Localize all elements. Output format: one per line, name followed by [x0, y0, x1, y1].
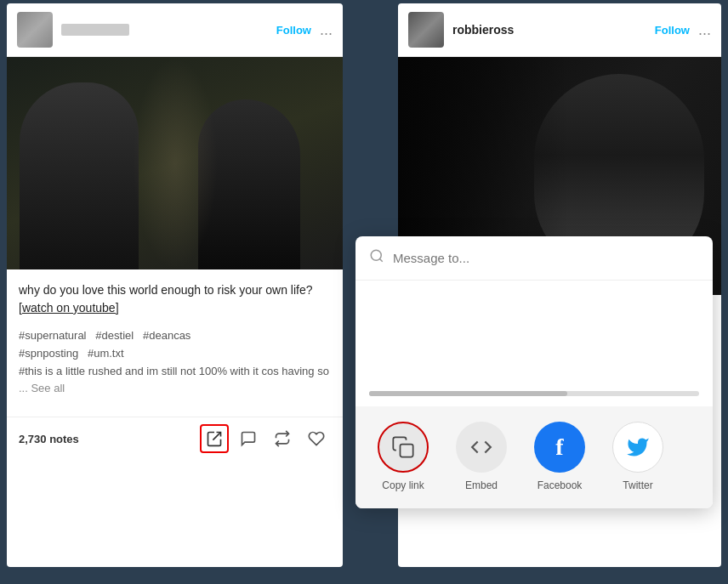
left-post-footer: 2,730 notes: [7, 417, 343, 460]
facebook-icon: f: [555, 434, 563, 461]
left-more-button[interactable]: ...: [320, 21, 333, 39]
left-avatar: [17, 12, 53, 48]
embed-option[interactable]: Embed: [447, 422, 515, 491]
like-button[interactable]: [302, 424, 331, 453]
facebook-label: Facebook: [537, 479, 583, 491]
share-search-bar: [355, 236, 713, 281]
reblog-icon: [274, 430, 291, 447]
left-post-image: [7, 57, 343, 269]
svg-line-1: [379, 258, 382, 261]
svg-point-0: [371, 250, 381, 260]
facebook-option[interactable]: f Facebook: [526, 422, 594, 491]
twitter-icon-circle: [612, 422, 663, 473]
copy-icon: [391, 435, 415, 459]
left-post-content: why do you love this world enough to ris…: [7, 269, 343, 417]
right-post-header: robbieross Follow ...: [398, 3, 721, 57]
see-all-link[interactable]: ... See all: [19, 382, 65, 394]
right-avatar: [408, 12, 444, 48]
share-button[interactable]: [200, 424, 229, 453]
copy-link-label: Copy link: [382, 479, 424, 491]
left-username-blurred: [61, 24, 129, 36]
scroll-thumb: [369, 391, 567, 396]
watch-youtube-link[interactable]: [watch on youtube]: [19, 301, 119, 315]
left-follow-button[interactable]: Follow: [276, 24, 311, 37]
copy-link-option[interactable]: Copy link: [369, 422, 437, 491]
facebook-icon-circle: f: [534, 422, 585, 473]
share-icon: [206, 430, 223, 447]
left-post-text: why do you love this world enough to ris…: [19, 281, 331, 317]
comment-button[interactable]: [234, 424, 263, 453]
notes-count: 2,730 notes: [19, 433, 195, 445]
twitter-label: Twitter: [623, 479, 652, 491]
comment-icon: [240, 430, 257, 447]
left-post-tags: #supernatural #destiel #deancas #spnpost…: [19, 327, 331, 398]
embed-label: Embed: [465, 479, 498, 491]
scroll-track[interactable]: [369, 391, 699, 396]
left-post-header: Follow ...: [7, 3, 343, 57]
embed-icon-circle: [456, 422, 507, 473]
right-follow-button[interactable]: Follow: [655, 24, 690, 37]
message-area: [355, 281, 713, 391]
twitter-icon: [626, 435, 650, 459]
share-modal: Copy link Embed f Facebook: [355, 236, 713, 508]
reblog-button[interactable]: [268, 424, 297, 453]
message-search-input[interactable]: [393, 251, 699, 265]
right-username-area: robbieross: [452, 22, 655, 37]
left-post-card: Follow ... why do you love this world en…: [7, 3, 343, 567]
search-icon: [369, 248, 384, 268]
embed-icon: [470, 436, 492, 458]
right-more-button[interactable]: ...: [698, 21, 711, 39]
share-options-row: Copy link Embed f Facebook: [355, 406, 713, 508]
left-username-area: [61, 24, 276, 36]
svg-rect-2: [401, 445, 413, 457]
like-icon: [308, 430, 325, 447]
copy-link-icon-circle: [378, 422, 429, 473]
right-username: robbieross: [452, 23, 514, 37]
twitter-option[interactable]: Twitter: [604, 422, 672, 491]
